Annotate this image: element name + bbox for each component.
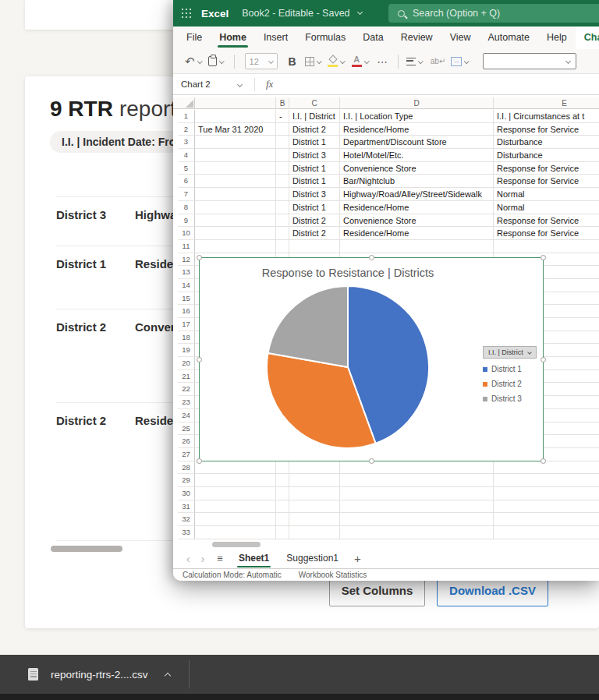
- sheet-nav-next-icon[interactable]: ›: [196, 553, 211, 564]
- row-header-18[interactable]: 18: [178, 331, 195, 345]
- cell[interactable]: [276, 461, 289, 475]
- row-header-2[interactable]: 2: [178, 123, 195, 136]
- cell[interactable]: [276, 162, 289, 175]
- row-header-29[interactable]: 29: [178, 474, 195, 487]
- legend-field-button[interactable]: I.I. | District: [483, 346, 537, 359]
- cell[interactable]: [276, 175, 289, 188]
- row-header-14[interactable]: 14: [178, 279, 195, 292]
- menu-tab-review[interactable]: Review: [392, 27, 441, 49]
- selection-handle[interactable]: [197, 458, 202, 464]
- name-box[interactable]: Chart 2: [181, 80, 248, 89]
- column-header-e[interactable]: E: [494, 97, 599, 108]
- cell[interactable]: Convenience Store: [340, 162, 494, 175]
- selection-handle[interactable]: [369, 458, 374, 464]
- sheet-tab-suggestion1[interactable]: Suggestion1: [278, 549, 347, 568]
- font-size-select[interactable]: 12: [245, 53, 278, 69]
- cell[interactable]: Department/Discount Store: [340, 136, 494, 149]
- menu-tab-data[interactable]: Data: [354, 27, 392, 49]
- search-input[interactable]: Search (Option + Q): [388, 4, 599, 23]
- row-header-8[interactable]: 8: [178, 201, 195, 214]
- row-header-11[interactable]: 11: [178, 240, 195, 253]
- wrap-text-button[interactable]: ab↵: [427, 57, 449, 65]
- cell[interactable]: [276, 188, 289, 201]
- cell[interactable]: [195, 162, 276, 175]
- cell[interactable]: [276, 149, 289, 162]
- row-header-30[interactable]: 30: [178, 487, 195, 500]
- cell[interactable]: Convenience Store: [340, 214, 494, 228]
- cell[interactable]: Bar/Nightclub: [340, 175, 494, 188]
- cell[interactable]: Highway/Road/Alley/Street/Sidewalk: [340, 188, 494, 201]
- workbook-statistics[interactable]: Workbook Statistics: [299, 571, 367, 579]
- column-header[interactable]: [195, 97, 276, 108]
- cell[interactable]: Response for Service: [494, 162, 599, 175]
- cell[interactable]: [340, 240, 494, 253]
- row-header-32[interactable]: 32: [178, 513, 195, 526]
- row-header-24[interactable]: 24: [178, 409, 195, 422]
- borders-button[interactable]: [303, 57, 326, 66]
- cell[interactable]: Residence/Home: [340, 201, 494, 214]
- cell[interactable]: District 1: [289, 201, 340, 214]
- row-header-1[interactable]: 1: [178, 110, 195, 123]
- alignment-button[interactable]: [404, 58, 427, 65]
- number-format-select[interactable]: [483, 53, 576, 69]
- legend-item-district-1[interactable]: District 1: [483, 365, 537, 373]
- cell[interactable]: [494, 487, 599, 500]
- cell[interactable]: [494, 526, 599, 539]
- row-header-9[interactable]: 9: [178, 214, 195, 228]
- cell[interactable]: Response for Service: [494, 175, 599, 188]
- cell[interactable]: [340, 487, 494, 500]
- sheet-scrollbar-thumb[interactable]: [212, 542, 261, 547]
- cell[interactable]: Residence/Home: [340, 123, 494, 136]
- cell[interactable]: District 2: [289, 123, 340, 136]
- cell[interactable]: District 3: [289, 188, 340, 201]
- app-launcher-icon[interactable]: [182, 9, 191, 18]
- cell[interactable]: [195, 201, 276, 214]
- cell[interactable]: [195, 513, 276, 526]
- cell[interactable]: [340, 513, 494, 526]
- column-header-b[interactable]: B: [276, 97, 289, 108]
- cell[interactable]: [494, 500, 599, 514]
- cell[interactable]: [195, 188, 276, 201]
- cell[interactable]: [276, 513, 289, 526]
- cell[interactable]: Normal: [494, 188, 599, 201]
- selection-handle[interactable]: [541, 357, 546, 362]
- cell[interactable]: I.I. | District: [289, 110, 340, 123]
- cell[interactable]: [276, 487, 289, 500]
- font-color-button[interactable]: A: [349, 55, 374, 67]
- cell[interactable]: Response for Service: [494, 214, 599, 228]
- cell[interactable]: District 2: [289, 227, 340, 240]
- cell[interactable]: [195, 474, 276, 487]
- cell[interactable]: District 3: [289, 149, 340, 162]
- cell[interactable]: [276, 214, 289, 228]
- row-header-3[interactable]: 3: [178, 136, 195, 149]
- row-header-33[interactable]: 33: [178, 526, 195, 539]
- row-header-5[interactable]: 5: [178, 162, 195, 175]
- cell[interactable]: [276, 201, 289, 214]
- cell[interactable]: [494, 474, 599, 487]
- more-options-button[interactable]: ⋯: [373, 55, 392, 68]
- cell[interactable]: Disturbance: [494, 149, 599, 162]
- menu-tab-formulas[interactable]: Formulas: [296, 27, 354, 49]
- column-header-c[interactable]: C: [289, 97, 340, 108]
- selection-handle[interactable]: [197, 255, 202, 260]
- row-header-4[interactable]: 4: [178, 149, 195, 162]
- cell[interactable]: Tue Mar 31 2020: [195, 123, 276, 136]
- selection-handle[interactable]: [541, 458, 546, 464]
- cell[interactable]: [494, 240, 599, 253]
- merge-cells-button[interactable]: ↔: [448, 57, 473, 66]
- pie-chart[interactable]: [264, 284, 431, 454]
- row-header-15[interactable]: 15: [178, 292, 195, 306]
- row-header-7[interactable]: 7: [178, 188, 195, 201]
- row-header-28[interactable]: 28: [178, 461, 195, 475]
- cell[interactable]: [276, 240, 289, 253]
- cell[interactable]: [340, 500, 494, 514]
- bold-button[interactable]: B: [282, 55, 303, 68]
- cell[interactable]: [195, 227, 276, 240]
- add-sheet-button[interactable]: +: [347, 552, 368, 565]
- cell[interactable]: [195, 149, 276, 162]
- selection-handle[interactable]: [541, 255, 546, 260]
- pie-slice-district-3[interactable]: [268, 286, 348, 367]
- select-all-corner[interactable]: [178, 97, 195, 108]
- cell[interactable]: [195, 500, 276, 514]
- cell[interactable]: [276, 123, 289, 136]
